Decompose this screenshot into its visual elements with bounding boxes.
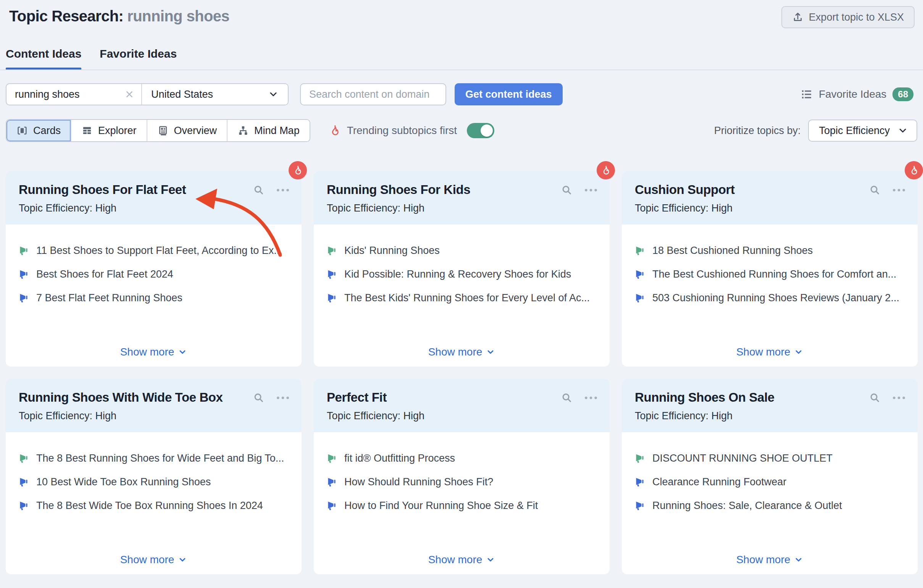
- page-title-query: running shoes: [127, 8, 230, 25]
- topic-query-input[interactable]: [15, 89, 125, 100]
- search-icon[interactable]: [869, 392, 881, 404]
- search-icon[interactable]: [253, 184, 265, 196]
- show-more-button[interactable]: Show more: [314, 346, 609, 358]
- search-icon[interactable]: [561, 392, 573, 404]
- idea-item[interactable]: Running Shoes: Sale, Clearance & Outlet: [635, 499, 905, 512]
- view-mindmap-label: Mind Map: [254, 125, 300, 137]
- domain-search-input[interactable]: [300, 83, 446, 105]
- more-options-icon[interactable]: [892, 184, 906, 196]
- view-mindmap-button[interactable]: Mind Map: [228, 120, 310, 141]
- more-options-icon[interactable]: [276, 184, 290, 196]
- view-overview-button[interactable]: Overview: [147, 120, 228, 141]
- card-title[interactable]: Running Shoes On Sale: [635, 390, 775, 405]
- card-body: fit id® Outfitting Process How Should Ru…: [314, 432, 609, 512]
- favorite-ideas-count-badge: 68: [892, 87, 913, 101]
- topic-query-field[interactable]: [7, 84, 142, 105]
- flame-icon: [328, 125, 341, 137]
- topic-card: Running Shoes For Flat Feet Topic Effici…: [6, 171, 302, 366]
- toggle-knob: [481, 125, 493, 137]
- idea-text: The 8 Best Running Shoes for Wide Feet a…: [36, 452, 284, 465]
- topic-efficiency-label: Topic Efficiency:: [327, 410, 401, 422]
- more-options-icon[interactable]: [276, 392, 290, 404]
- database-select[interactable]: United States: [142, 84, 288, 105]
- more-options-icon[interactable]: [892, 392, 906, 404]
- prioritize-select[interactable]: Topic Efficiency: [808, 120, 917, 142]
- list-icon: [800, 88, 813, 100]
- card-title[interactable]: Perfect Fit: [327, 390, 387, 405]
- view-toolbar: Cards Explorer Overview M: [6, 119, 917, 142]
- card-title[interactable]: Running Shoes With Wide Toe Box: [19, 390, 223, 405]
- tab-content-ideas[interactable]: Content Ideas: [6, 48, 81, 70]
- search-icon[interactable]: [253, 392, 265, 404]
- show-more-label: Show more: [120, 554, 174, 566]
- idea-item[interactable]: 7 Best Flat Feet Running Shoes: [19, 292, 289, 305]
- favorite-ideas-label: Favorite Ideas: [819, 88, 886, 100]
- idea-item[interactable]: The 8 Best Running Shoes for Wide Feet a…: [19, 452, 289, 465]
- flame-icon: [600, 165, 611, 176]
- tab-favorite-ideas[interactable]: Favorite Ideas: [100, 48, 177, 70]
- card-body: Kids' Running Shoes Kid Possible: Runnin…: [314, 225, 609, 304]
- show-more-label: Show more: [736, 346, 790, 358]
- show-more-button[interactable]: Show more: [6, 346, 302, 358]
- prioritize-label: Prioritize topics by:: [714, 125, 801, 137]
- megaphone-icon: [635, 292, 645, 303]
- idea-text: How to Find Your Running Shoe Size & Fit: [344, 499, 538, 512]
- export-topic-button[interactable]: Export topic to XLSX: [782, 6, 915, 28]
- idea-item[interactable]: 10 Best Wide Toe Box Running Shoes: [19, 476, 289, 489]
- megaphone-icon: [635, 500, 645, 511]
- clear-query-icon[interactable]: [125, 89, 135, 99]
- topic-efficiency-value: High: [404, 410, 425, 422]
- show-more-button[interactable]: Show more: [314, 554, 609, 566]
- view-explorer-button[interactable]: Explorer: [71, 120, 147, 141]
- trending-topic-badge: [597, 161, 615, 179]
- idea-item[interactable]: The Best Cushioned Running Shoes for Com…: [635, 268, 905, 281]
- topic-efficiency-value: High: [711, 202, 733, 214]
- topic-efficiency-value: High: [711, 410, 733, 422]
- idea-item[interactable]: Kids' Running Shoes: [327, 245, 597, 257]
- get-content-ideas-button[interactable]: Get content ideas: [455, 83, 563, 105]
- show-more-button[interactable]: Show more: [6, 554, 302, 566]
- export-topic-label: Export topic to XLSX: [809, 11, 904, 23]
- chevron-down-icon: [178, 555, 187, 564]
- megaphone-icon: [327, 292, 337, 303]
- search-icon[interactable]: [561, 184, 573, 196]
- database-select-value: United States: [151, 89, 213, 100]
- topic-efficiency: Topic Efficiency: High: [635, 410, 906, 422]
- more-options-icon[interactable]: [584, 184, 598, 196]
- idea-item[interactable]: The Best Kids' Running Shoes for Every L…: [327, 292, 597, 305]
- topic-efficiency: Topic Efficiency: High: [327, 202, 598, 214]
- card-header: Running Shoes On Sale Topic Efficiency: …: [622, 379, 918, 432]
- idea-text: 18 Best Cushioned Running Shoes: [652, 245, 813, 257]
- trending-topic-badge: [905, 161, 923, 179]
- show-more-button[interactable]: Show more: [622, 346, 918, 358]
- idea-item[interactable]: How to Find Your Running Shoe Size & Fit: [327, 499, 597, 512]
- idea-text: Kids' Running Shoes: [344, 245, 440, 257]
- card-title[interactable]: Running Shoes For Kids: [327, 182, 470, 197]
- idea-item[interactable]: The 8 Best Wide Toe Box Running Shoes In…: [19, 499, 289, 512]
- page-title: Topic Research:running shoes: [9, 6, 230, 25]
- card-title[interactable]: Cushion Support: [635, 182, 735, 197]
- idea-item[interactable]: DISCOUNT RUNNING SHOE OUTLET: [635, 452, 905, 465]
- show-more-label: Show more: [736, 554, 790, 566]
- idea-item[interactable]: 503 Cushioning Running Shoes Reviews (Ja…: [635, 292, 905, 305]
- favorite-ideas-link[interactable]: Favorite Ideas 68: [800, 87, 917, 101]
- search-toolbar: United States Get content ideas Favorite…: [6, 83, 917, 105]
- idea-item[interactable]: Kid Possible: Running & Recovery Shoes f…: [327, 268, 597, 281]
- idea-item[interactable]: 11 Best Shoes to Support Flat Feet, Acco…: [19, 245, 289, 257]
- view-cards-button[interactable]: Cards: [7, 120, 71, 141]
- idea-item[interactable]: fit id® Outfitting Process: [327, 452, 597, 465]
- idea-item[interactable]: How Should Running Shoes Fit?: [327, 476, 597, 489]
- idea-text: The Best Kids' Running Shoes for Every L…: [344, 292, 590, 305]
- idea-item[interactable]: 18 Best Cushioned Running Shoes: [635, 245, 905, 257]
- chevron-down-icon: [178, 347, 187, 356]
- idea-item[interactable]: Clearance Running Footwear: [635, 476, 905, 489]
- idea-text: Running Shoes: Sale, Clearance & Outlet: [652, 499, 842, 512]
- more-options-icon[interactable]: [584, 392, 598, 404]
- megaphone-icon: [327, 476, 337, 487]
- idea-item[interactable]: Best Shoes for Flat Feet 2024: [19, 268, 289, 281]
- megaphone-icon: [19, 245, 30, 256]
- trending-toggle[interactable]: [467, 123, 494, 138]
- search-icon[interactable]: [869, 184, 881, 196]
- card-title[interactable]: Running Shoes For Flat Feet: [19, 182, 186, 197]
- show-more-button[interactable]: Show more: [622, 554, 918, 566]
